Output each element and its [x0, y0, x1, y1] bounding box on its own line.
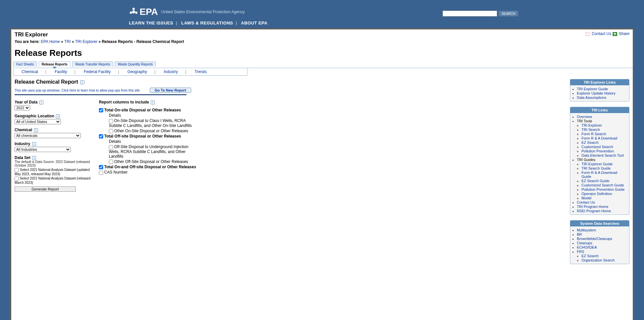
side-link[interactable]: BR [577, 232, 582, 236]
site-header: EPA United States Environmental Protecti… [0, 0, 644, 28]
geo-select[interactable]: All of United States [15, 119, 61, 124]
logo-text: EPA [140, 7, 158, 17]
side-link[interactable]: Pollution Prevention Guide [581, 187, 624, 191]
side-link[interactable]: TRI Explorer Guide [577, 87, 608, 91]
dataset-opt2-checkbox[interactable] [15, 177, 19, 181]
col-cas-checkbox[interactable] [99, 171, 103, 175]
info-icon[interactable]: i [151, 100, 155, 104]
side-link[interactable]: Overview [577, 115, 592, 119]
tab-waste-transfer[interactable]: Waste Transfer Reports [72, 61, 113, 67]
epa-logo[interactable]: EPA [129, 7, 158, 17]
side-link[interactable]: RSEI Program Home [577, 209, 611, 213]
side-link[interactable]: Organization Search [581, 258, 615, 262]
contact-us-link[interactable]: Contact Us [592, 31, 611, 36]
side-link[interactable]: TRI Program Home [577, 205, 608, 209]
col-onsite-a-checkbox[interactable] [109, 119, 113, 123]
col-onsite-b-checkbox[interactable] [109, 129, 113, 133]
col-onoff-checkbox[interactable] [99, 165, 103, 169]
subtab-federal[interactable]: Federal Facility [84, 69, 110, 74]
side-link[interactable]: Form R Search [581, 132, 606, 136]
generate-report-button[interactable]: Generate Report [15, 186, 76, 192]
col-offsite-a-checkbox[interactable] [109, 145, 113, 149]
bc-tri[interactable]: TRI [64, 39, 70, 44]
side-link[interactable]: Contact Us [577, 200, 595, 204]
info-icon[interactable]: i [32, 142, 36, 146]
side-link[interactable]: Customized Search [581, 145, 613, 149]
info-icon[interactable]: i [32, 156, 36, 160]
app-title: TRI Explorer [15, 31, 629, 38]
side-link[interactable]: Customized Search Guide [581, 183, 624, 187]
year-label: Year of Data [15, 100, 37, 104]
side-link[interactable]: EZ Search [581, 254, 599, 258]
bc-epa-home[interactable]: EPA Home [41, 39, 60, 44]
col-offsite-b-checkbox[interactable] [109, 160, 113, 164]
dataset-label: Data Set [15, 155, 30, 160]
epa-flower-icon [129, 7, 138, 17]
side-link[interactable]: TRI Explorer Guide [581, 162, 613, 166]
col-offsite-checkbox[interactable] [99, 134, 103, 139]
panel-heading: System Data Searches [570, 220, 629, 226]
info-icon[interactable]: i [80, 80, 84, 84]
divider [15, 94, 187, 95]
panel-tri-explorer-links: TRI Explorer Links TRI Explorer Guide Ex… [570, 79, 629, 101]
nav-laws[interactable]: LAWS & REGULATIONS [181, 20, 233, 25]
year-select[interactable]: 2022 [15, 105, 30, 110]
search-input[interactable] [443, 11, 497, 17]
subtab-geography[interactable]: Geography [127, 69, 147, 74]
share-icon [613, 32, 617, 36]
dataset-opt2-label: Select 2021 National Analysis Dataset (r… [15, 177, 90, 184]
side-link[interactable]: TRI Search [581, 128, 600, 132]
go-to-new-report-button[interactable]: Go To New Report [150, 88, 191, 93]
details-label: Details [109, 113, 198, 118]
col-onsite-checkbox[interactable] [99, 108, 103, 112]
side-link[interactable]: TRI Search Guide [581, 166, 611, 170]
info-icon[interactable]: i [56, 114, 60, 118]
main-area: Release Chemical Report i This site uses… [15, 79, 570, 192]
popup-note-link[interactable]: This site uses pop-up windows. Click her… [15, 89, 140, 92]
info-icon[interactable]: i [34, 128, 38, 132]
nav-about[interactable]: ABOUT EPA [241, 20, 268, 25]
bc-tri-explorer[interactable]: TRI Explorer [75, 39, 97, 44]
side-link[interactable]: Form R & A Download [581, 136, 617, 140]
search-button[interactable]: SEARCH [498, 11, 518, 17]
svg-point-1 [133, 8, 135, 10]
panel-tri-links: TRI Links Overview TRI Tools TRI Explore… [570, 107, 629, 215]
side-link[interactable]: Form R & A Download Guide [581, 171, 617, 179]
col-onsite-a-label: On-Site Disposal to Class I Wells, RCRA … [109, 118, 192, 128]
side-link[interactable]: Cleanups [577, 241, 592, 245]
col-offsite-a-label: Off-Site Disposal to Underground Injecti… [109, 144, 189, 158]
side-link[interactable]: Pollution Prevention [581, 149, 614, 153]
panel-heading: TRI Links [570, 107, 629, 113]
tab-waste-quantity[interactable]: Waste Quantity Reports [115, 61, 156, 67]
col-onsite-label: Total On-site Disposal or Other Releases [104, 108, 181, 112]
industry-select[interactable]: All Industries [15, 147, 71, 152]
side-link[interactable]: EZ Search [581, 140, 599, 144]
subtab-trends[interactable]: Trends [194, 69, 207, 74]
sidebar: TRI Explorer Links TRI Explorer Guide Ex… [570, 79, 629, 269]
tab-release-reports[interactable]: Release Reports [39, 61, 70, 67]
subtab-chemical[interactable]: Chemical [21, 69, 38, 74]
side-link[interactable]: ECHO/IDEA [577, 245, 597, 249]
col-onoff-label: Total On-and Off-site Disposal or Other … [104, 165, 196, 169]
side-link[interactable]: Explorer Update History [577, 91, 616, 95]
dataset-opt1-checkbox[interactable] [15, 168, 19, 172]
side-link[interactable]: Brownfields/Cleanups [577, 237, 612, 241]
subtab-facility[interactable]: Facility [55, 69, 67, 74]
side-link[interactable]: Operator Definition [581, 192, 612, 196]
tab-fact-sheets[interactable]: Fact Sheets [13, 61, 37, 67]
nav-learn[interactable]: LEARN THE ISSUES [129, 20, 173, 25]
side-link[interactable]: Multisystem [577, 228, 596, 232]
chemical-select[interactable]: All chemicals [15, 133, 81, 138]
info-icon[interactable]: i [39, 100, 43, 104]
side-link[interactable]: FRS [577, 250, 584, 254]
page-wrap: TRI Explorer You are here: EPA Home » TR… [10, 28, 634, 320]
side-link[interactable]: Data Assumptions [577, 96, 606, 100]
side-link[interactable]: TRI Explorer [581, 123, 602, 127]
share-link[interactable]: Share [619, 31, 629, 36]
subtab-industry[interactable]: Industry [164, 69, 178, 74]
svg-point-0 [132, 10, 135, 13]
side-link[interactable]: Model [581, 196, 591, 200]
side-link[interactable]: Data Element Search Tool [581, 153, 624, 157]
bc-current: Release Reports - Release Chemical Repor… [102, 39, 184, 44]
side-link[interactable]: EZ Search Guide [581, 179, 609, 183]
